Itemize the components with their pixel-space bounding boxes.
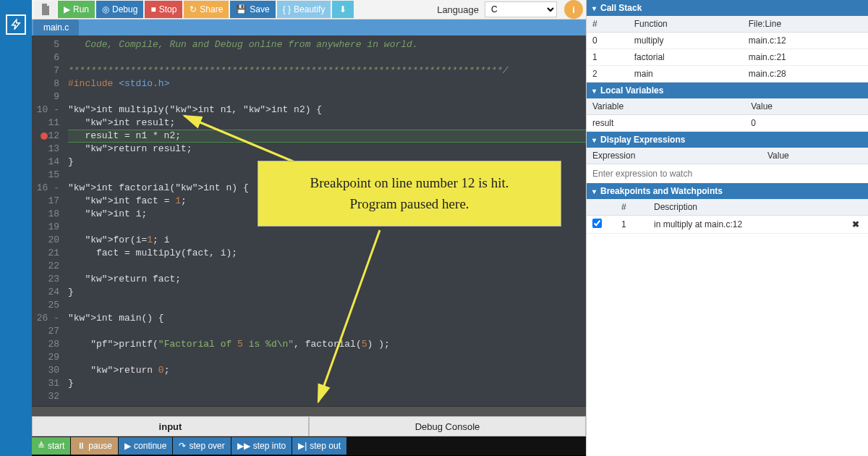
- breakpoints-table: # Description 1in multiply at main.c:12✖: [587, 199, 868, 234]
- info-icon: i: [572, 4, 575, 15]
- save-button[interactable]: 💾Save: [230, 1, 275, 18]
- expressions-table: Expression Value: [587, 148, 868, 164]
- step-over-icon: ↷: [179, 441, 186, 451]
- locals-table: Variable Value result0: [587, 98, 868, 132]
- language-label: Language: [437, 4, 479, 15]
- step-out-button[interactable]: ▶|step out: [292, 437, 346, 455]
- stop-button[interactable]: ■Stop: [145, 1, 182, 18]
- braces-icon: { }: [283, 4, 291, 14]
- pause-icon: ⏸: [77, 441, 85, 451]
- table-row[interactable]: 2mainmain.c:28: [587, 66, 868, 83]
- table-row[interactable]: 1factorialmain.c:21: [587, 49, 868, 66]
- logo-icon: [6, 14, 26, 35]
- debug-button[interactable]: ◎Debug: [96, 1, 143, 18]
- upload-icon: ≜: [38, 441, 45, 451]
- expression-input[interactable]: [587, 164, 868, 183]
- run-button[interactable]: ▶Run: [58, 1, 95, 18]
- debug-controls: ≜start ⏸pause ▶continue ↷step over ▶▶ste…: [32, 436, 586, 455]
- table-row[interactable]: 0multiplymain.c:12: [587, 33, 868, 49]
- language-select[interactable]: C: [485, 1, 557, 17]
- continue-button[interactable]: ▶continue: [119, 437, 172, 455]
- play-icon: ▶: [64, 4, 70, 14]
- info-button[interactable]: i: [564, 0, 583, 19]
- start-button[interactable]: ≜start: [32, 437, 70, 455]
- share-button[interactable]: ↻Share: [184, 1, 229, 18]
- new-file-button[interactable]: [35, 1, 56, 18]
- tab-debug-console[interactable]: Debug Console: [309, 416, 586, 436]
- stop-icon: ■: [150, 4, 156, 14]
- app-sidebar: [0, 0, 32, 456]
- share-icon: ↻: [190, 4, 197, 14]
- editor-scrollbar[interactable]: [32, 406, 586, 416]
- table-row: 1in multiply at main.c:12✖: [587, 216, 868, 234]
- target-icon: ◎: [102, 4, 109, 14]
- tab-input[interactable]: input: [32, 416, 309, 436]
- pause-button[interactable]: ⏸pause: [71, 437, 118, 455]
- step-out-icon: ▶|: [298, 441, 307, 451]
- chevron-down-icon: ▾: [592, 187, 596, 195]
- chevron-down-icon: ▾: [592, 136, 596, 144]
- file-tab-bar: main.c: [32, 20, 586, 35]
- step-into-icon: ▶▶: [237, 441, 250, 451]
- debug-side-panel: ▾Call Stack # Function File:Line 0multip…: [586, 0, 868, 456]
- annotation-callout: Breakpoint on line number 12 is hit. Pro…: [258, 161, 561, 227]
- table-row[interactable]: result0: [587, 115, 868, 132]
- step-into-button[interactable]: ▶▶step into: [231, 437, 292, 455]
- delete-breakpoint-button[interactable]: ✖: [846, 216, 868, 234]
- chevron-down-icon: ▾: [592, 87, 596, 95]
- main-toolbar: ▶Run ◎Debug ■Stop ↻Share 💾Save { }Beauti…: [32, 0, 586, 20]
- breakpoint-checkbox[interactable]: [592, 219, 602, 228]
- chevron-down-icon: ▾: [592, 4, 596, 12]
- locals-header[interactable]: ▾Local Variables: [587, 83, 868, 98]
- file-tab[interactable]: main.c: [33, 20, 79, 35]
- save-icon: 💾: [236, 4, 247, 14]
- io-tabs: input Debug Console: [32, 416, 586, 436]
- download-icon: ⬇: [339, 4, 346, 14]
- callstack-table: # Function File:Line 0multiplymain.c:121…: [587, 16, 868, 83]
- beautify-button[interactable]: { }Beautify: [277, 1, 331, 18]
- expressions-header[interactable]: ▾Display Expressions: [587, 132, 868, 148]
- step-over-button[interactable]: ↷step over: [173, 437, 230, 455]
- play-icon: ▶: [124, 441, 131, 451]
- callstack-header[interactable]: ▾Call Stack: [587, 0, 868, 16]
- download-button[interactable]: ⬇: [332, 1, 354, 18]
- breakpoints-header[interactable]: ▾Breakpoints and Watchpoints: [587, 183, 868, 199]
